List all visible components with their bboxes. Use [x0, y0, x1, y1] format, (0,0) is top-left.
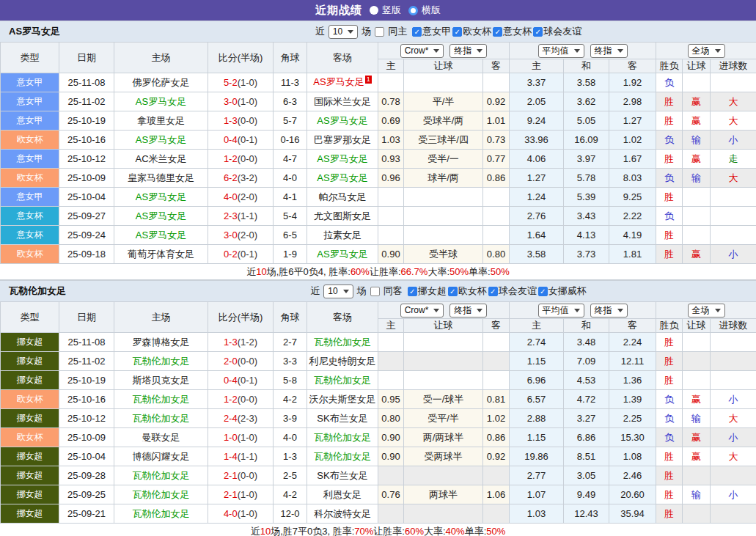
odds-home-cell: 0.95	[378, 390, 404, 409]
date-cell: 25-10-09	[59, 169, 114, 188]
away-team-cell: SK布兰女足	[307, 409, 378, 428]
league-checkbox[interactable]: ✓	[488, 287, 498, 296]
avg-draw-cell: 3.62	[564, 92, 609, 111]
avg-select[interactable]: 平均值	[538, 44, 584, 58]
col-avg-away: 客	[609, 319, 656, 333]
same-venue-checkbox[interactable]	[370, 287, 380, 296]
home-team-name: 博德闪耀女足	[133, 451, 190, 462]
league-badge: 挪女超	[1, 333, 59, 352]
avg-stage-select[interactable]: 终指	[590, 44, 628, 58]
col-avg-draw: 和	[564, 319, 609, 333]
away-team-name: 瓦勒伦加女足	[314, 432, 371, 443]
result-cell: 胜	[656, 504, 683, 524]
handicap-cell: 受三球半/四	[404, 131, 483, 150]
league-filter-item: ✓意女甲	[412, 25, 451, 38]
handicap-cell: 受两球半	[404, 447, 483, 466]
result-cell: 胜	[656, 371, 683, 390]
table-row: 欧女杯25-10-09曼联女足1-0(1-0)4-0瓦勒伦加女足0.90两/两球…	[1, 428, 756, 447]
odds-home-cell	[378, 371, 404, 390]
home-team-cell: AS罗马女足	[114, 226, 208, 245]
avg-home-cell: 4.06	[510, 150, 564, 169]
avg-away-cell: 4.19	[609, 226, 656, 245]
league-checkbox[interactable]: ✓	[448, 287, 458, 296]
avg-stage-select[interactable]: 终指	[590, 304, 628, 317]
handicap-cell	[404, 466, 483, 485]
handicap-result-cell	[683, 504, 711, 524]
away-team-name: 国际米兰女足	[314, 96, 371, 107]
corner-cell: 6-5	[274, 226, 307, 245]
halftime-score: (1-0)	[238, 432, 257, 443]
result-cell: 负	[656, 169, 683, 188]
recent-count-select[interactable]: 10	[329, 25, 358, 39]
league-checkbox[interactable]: ✓	[452, 27, 462, 37]
league-filter-item: ✓意女杯	[493, 25, 532, 38]
odds-home-cell: 1.03	[378, 131, 404, 150]
chevron-down-icon	[343, 290, 349, 293]
table-row: 挪女超25-10-12瓦勒伦加女足2-4(2-3)3-9SK布兰女足0.80受平…	[1, 409, 756, 428]
col-home: 主场	[114, 43, 208, 73]
odds-away-cell: 0.86	[483, 169, 510, 188]
score-cell: 2-3(1-1)	[208, 207, 274, 226]
league-badge: 挪女超	[1, 466, 59, 485]
result-cell: 胜	[656, 92, 683, 111]
layout-option-horizontal[interactable]: 横版	[408, 4, 441, 17]
corner-cell: 5-8	[274, 371, 307, 390]
same-venue-checkbox[interactable]	[375, 27, 384, 37]
layout-option-vertical[interactable]: 竖版	[370, 4, 401, 17]
avg-draw-cell: 9.49	[564, 485, 609, 504]
league-checkbox[interactable]: ✓	[493, 27, 502, 37]
results-tbody-1: 挪女超25-11-08罗森博格女足1-3(1-2)2-7瓦勒伦加女足2.743.…	[1, 333, 756, 524]
league-checkbox[interactable]: ✓	[412, 27, 422, 37]
col-avg-home: 主	[510, 319, 564, 333]
odds-home-cell: 0.78	[378, 92, 404, 111]
fulltime-score: 4-0	[224, 191, 238, 202]
bookmaker-select[interactable]: Crow*	[400, 44, 444, 58]
odds-away-cell: 1.01	[483, 111, 510, 131]
home-team-name: 曼联女足	[142, 432, 180, 443]
avg-home-cell: 33.96	[510, 131, 564, 150]
league-checkbox[interactable]: ✓	[408, 287, 417, 296]
radio-icon[interactable]	[370, 6, 378, 15]
fulltime-score: 4-0	[224, 508, 238, 519]
odds-stage-select[interactable]: 终指	[449, 44, 487, 58]
league-checkbox[interactable]: ✓	[533, 27, 543, 37]
handicap-cell: 两球半	[404, 485, 483, 504]
avg-select[interactable]: 平均值	[538, 304, 584, 317]
away-team-cell: AS罗马女足	[307, 111, 378, 131]
away-team-name: 沃尔夫斯堡女足	[309, 394, 376, 405]
summary-part: 60%	[405, 526, 424, 536]
away-team-cell: AS罗马女足1	[307, 73, 378, 92]
date-cell: 25-10-12	[59, 150, 114, 169]
fulltime-score: 3-0	[224, 230, 238, 241]
radio-selected-icon[interactable]	[408, 6, 418, 15]
col-odds-away: 客	[483, 319, 510, 333]
handicap-result-cell	[683, 352, 711, 371]
handicap-result-cell: 输	[683, 131, 711, 150]
top-banner: 近期战绩 竖版 横版	[0, 0, 756, 21]
handicap-cell: 受球半/两	[404, 111, 483, 131]
scope-select[interactable]: 全场	[688, 44, 725, 58]
col-home: 主场	[114, 302, 208, 333]
odds-home-cell	[378, 73, 404, 92]
league-badge: 欧女杯	[1, 131, 59, 150]
col-avg-away: 客	[609, 59, 656, 73]
home-team-name: 罗森博格女足	[133, 337, 190, 348]
league-checkbox[interactable]: ✓	[538, 287, 548, 296]
odds-away-cell: 1.02	[483, 409, 510, 428]
home-team-name: 瓦勒伦加女足	[133, 508, 190, 519]
date-cell: 25-10-16	[59, 131, 114, 150]
away-team-name: SK布兰女足	[317, 413, 367, 424]
table-row: 挪女超25-09-21瓦勒伦加女足4-0(1-0)12-0科尔波特女足1.031…	[1, 504, 756, 524]
away-team-name: 帕尔马女足	[319, 191, 367, 202]
odds-away-cell	[483, 188, 510, 207]
avg-draw-cell: 8.51	[564, 447, 609, 466]
bookmaker-select[interactable]: Crow*	[400, 304, 444, 317]
scope-select[interactable]: 全场	[688, 304, 725, 317]
away-team-cell: 帕尔马女足	[307, 188, 378, 207]
odds-stage-select[interactable]: 终指	[449, 304, 487, 317]
score-cell: 2-4(2-3)	[208, 409, 274, 428]
corner-cell: 3-9	[274, 409, 307, 428]
same-venue-label: 同客	[383, 284, 403, 298]
home-team-cell: 佛罗伦萨女足	[114, 73, 208, 92]
recent-count-select[interactable]: 10	[323, 284, 353, 298]
